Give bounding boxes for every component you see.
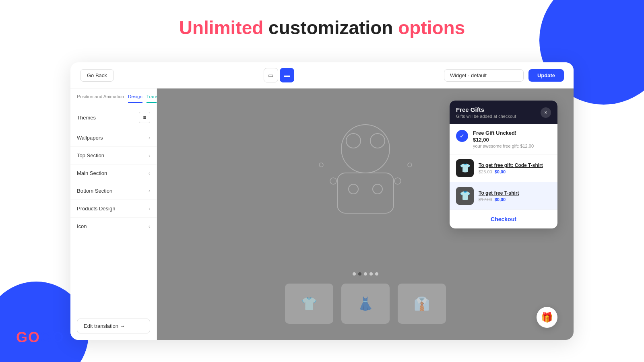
skeleton-tshirt-icon-2: 👔 bbox=[414, 296, 430, 311]
chevron-icon-bottom-section: ‹ bbox=[149, 188, 150, 194]
checkout-button[interactable]: Checkout bbox=[491, 216, 516, 222]
view-toggle: ▭ ▬ bbox=[264, 68, 294, 82]
gift-price-original-1: $12.00 bbox=[479, 197, 492, 202]
sidebar-item-products-design[interactable]: Products Design ‹ bbox=[70, 200, 157, 218]
logo: GOOO bbox=[16, 329, 64, 346]
widget-checkout: Checkout bbox=[450, 210, 557, 228]
gift-price: $12,00 bbox=[473, 137, 534, 143]
widget-title: Free Gifts bbox=[456, 106, 516, 113]
carousel-dot-4 bbox=[375, 272, 378, 276]
logo-letter-g: G bbox=[16, 329, 28, 346]
carousel-dot-1 bbox=[358, 272, 361, 276]
gift-thumb-1: 👕 bbox=[456, 187, 474, 205]
svg-point-1 bbox=[346, 134, 361, 148]
svg-point-2 bbox=[370, 134, 385, 148]
gift-check-icon: ✓ bbox=[456, 130, 468, 142]
sidebar-tabs: Position and Animation Design Translatio… bbox=[70, 88, 157, 103]
logo-letter-o2: O bbox=[40, 329, 52, 346]
svg-point-0 bbox=[341, 125, 390, 173]
title-customization: customization bbox=[263, 17, 398, 38]
gift-name: Free Gift Uncked! bbox=[473, 130, 534, 136]
logo-letter-o1: O bbox=[28, 329, 40, 346]
widget-header: Free Gifts Gifts will be added at checko… bbox=[450, 101, 557, 124]
skeleton-card-2: 👔 bbox=[398, 284, 446, 324]
gift-thumb-0: 👕 bbox=[456, 159, 474, 177]
title-options: options bbox=[398, 17, 465, 38]
sidebar-item-themes[interactable]: Themes ≡ bbox=[70, 106, 157, 129]
skeleton-tshirt-icon-0: 👕 bbox=[301, 296, 317, 311]
gift-float-icon: 🎁 bbox=[541, 312, 553, 323]
chevron-icon-products-design: ‹ bbox=[149, 206, 150, 212]
go-back-button[interactable]: Go Back bbox=[80, 69, 114, 82]
app-window: Go Back ▭ ▬ Update Position and Animatio… bbox=[70, 62, 574, 340]
sidebar: Position and Animation Design Translatio… bbox=[70, 88, 157, 340]
chevron-icon-top-section: ‹ bbox=[149, 153, 150, 158]
edit-translation-button[interactable]: Edit translation → bbox=[77, 319, 150, 333]
skeleton-products: 👕 👗 👔 bbox=[285, 284, 446, 324]
skeleton-card-1: 👗 bbox=[341, 284, 390, 324]
gift-price-new-1: $0,00 bbox=[495, 197, 506, 202]
gift-thumb-icon-1: 👕 bbox=[460, 191, 471, 201]
themes-icon: ≡ bbox=[139, 112, 150, 123]
carousel-dots bbox=[353, 272, 378, 276]
widget-body: ✓ Free Gift Uncked! $12,00 your awesome … bbox=[450, 124, 557, 228]
gift-option-title-0: To get free gift: Code T-shirt bbox=[479, 162, 551, 168]
gift-price-original-0: $25.00 bbox=[479, 169, 492, 174]
main-content: Position and Animation Design Translatio… bbox=[70, 88, 574, 340]
mobile-icon: ▭ bbox=[268, 72, 273, 78]
gift-option-title-1: To get free T-shirt bbox=[479, 190, 551, 196]
toolbar: Go Back ▭ ▬ Update bbox=[70, 62, 574, 88]
gift-info: Free Gift Uncked! $12,00 your awesome fr… bbox=[473, 130, 534, 148]
gift-option-0[interactable]: 👕 To get free gift: Code T-shirt $25.00 … bbox=[450, 154, 557, 182]
desktop-view-button[interactable]: ▬ bbox=[280, 68, 294, 82]
gift-thumb-icon-0: 👕 bbox=[460, 163, 471, 173]
gift-description: your awesome free gift: $12.00 bbox=[473, 144, 534, 148]
chevron-icon-main-section: ‹ bbox=[149, 171, 150, 176]
skeleton-tshirt-icon-1: 👗 bbox=[357, 296, 374, 311]
title-unlimited: Unlimited bbox=[179, 17, 264, 38]
widget-select[interactable] bbox=[444, 69, 524, 82]
sidebar-items: Themes ≡ Wallpapers ‹ Top Section ‹ Main… bbox=[70, 103, 157, 312]
widget-close-button[interactable]: × bbox=[541, 107, 551, 118]
svg-point-4 bbox=[349, 184, 358, 194]
toolbar-center: ▭ ▬ bbox=[120, 68, 438, 82]
svg-point-8 bbox=[319, 163, 323, 167]
gift-selected: ✓ Free Gift Uncked! $12,00 your awesome … bbox=[450, 124, 557, 154]
toolbar-right: Update bbox=[444, 69, 564, 82]
svg-point-6 bbox=[330, 178, 336, 184]
carousel-dot-0 bbox=[353, 272, 356, 276]
chevron-icon-icon: ‹ bbox=[149, 224, 150, 229]
hero-svg bbox=[305, 117, 426, 221]
gift-option-info-1: To get free T-shirt $12.00 $0,00 bbox=[479, 190, 551, 202]
free-gifts-widget: Free Gifts Gifts will be added at checko… bbox=[450, 101, 557, 228]
hero-skeleton bbox=[305, 113, 426, 225]
widget-subtitle: Gifts will be added at checkout bbox=[456, 114, 516, 119]
svg-rect-3 bbox=[337, 173, 394, 213]
carousel-dot-2 bbox=[364, 272, 367, 276]
mobile-view-button[interactable]: ▭ bbox=[264, 68, 278, 82]
skeleton-card-0: 👕 bbox=[285, 284, 333, 324]
gift-option-prices-0: $25.00 $0,00 bbox=[479, 169, 551, 174]
tab-translation[interactable]: Translation bbox=[147, 94, 157, 103]
chevron-icon-wallpapers: ‹ bbox=[149, 135, 150, 141]
carousel-dot-3 bbox=[369, 272, 373, 276]
page-title: Unlimited customization options bbox=[0, 17, 644, 39]
desktop-icon: ▬ bbox=[284, 72, 290, 78]
sidebar-item-wallpapers[interactable]: Wallpapers ‹ bbox=[70, 129, 157, 147]
sidebar-item-icon[interactable]: Icon ‹ bbox=[70, 218, 157, 235]
logo-letter-o3: O bbox=[52, 329, 64, 346]
sidebar-item-bottom-section[interactable]: Bottom Section ‹ bbox=[70, 182, 157, 200]
sidebar-item-main-section[interactable]: Main Section ‹ bbox=[70, 165, 157, 182]
gift-float-button[interactable]: 🎁 bbox=[537, 307, 557, 328]
preview-area: 👕 👗 👔 Free Gifts Gifts will be added at … bbox=[157, 88, 574, 340]
tab-position-animation[interactable]: Position and Animation bbox=[77, 94, 124, 103]
svg-point-5 bbox=[373, 184, 382, 194]
sidebar-item-top-section[interactable]: Top Section ‹ bbox=[70, 147, 157, 165]
svg-point-9 bbox=[408, 163, 412, 167]
gift-option-1[interactable]: 👕 To get free T-shirt $12.00 $0,00 bbox=[450, 182, 557, 210]
update-button[interactable]: Update bbox=[528, 69, 564, 82]
tab-design[interactable]: Design bbox=[128, 94, 142, 103]
gift-option-info-0: To get free gift: Code T-shirt $25.00 $0… bbox=[479, 162, 551, 174]
gift-price-new-0: $0,00 bbox=[495, 169, 506, 174]
svg-point-7 bbox=[394, 178, 401, 184]
